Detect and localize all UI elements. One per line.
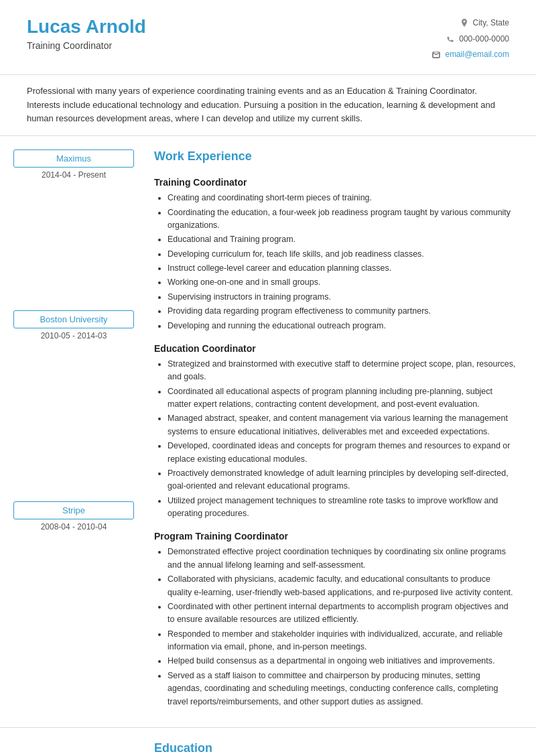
- bullet: Strategized and brainstormed with execut…: [168, 358, 516, 384]
- dates-boston: 2010-05 - 2014-03: [13, 331, 134, 340]
- location-icon: [460, 19, 469, 28]
- job-bullets-3: Demonstrated effective project coordinat…: [168, 546, 516, 708]
- bullet: Developing and running the educational o…: [168, 320, 516, 332]
- bullet: Supervising instructors in training prog…: [168, 291, 516, 304]
- email-icon: [431, 50, 441, 60]
- bullet: Working one-on-one and in small groups.: [168, 276, 516, 289]
- bullet: Collaborated with physicians, academic f…: [168, 573, 516, 599]
- summary-section: Professional with many years of experien…: [0, 74, 536, 136]
- job-title-1: Training Coordinator: [154, 177, 516, 188]
- contact-email[interactable]: email@email.com: [445, 48, 509, 62]
- bullet: Managed abstract, speaker, and content m…: [168, 412, 516, 438]
- phone-icon: [446, 34, 455, 44]
- candidate-title: Training Coordinator: [27, 40, 146, 51]
- job-title-3: Program Training Coordinator: [154, 531, 516, 542]
- header-right: City, State 000-000-0000 email@email.com: [431, 16, 509, 64]
- bullet: Instruct college-level career and educat…: [168, 262, 516, 275]
- work-left-col: Maximus 2014-04 - Present Boston Univers…: [0, 136, 141, 727]
- candidate-name: Lucas Arnold: [27, 16, 146, 38]
- contact-location-row: City, State: [431, 16, 509, 31]
- bullet: Providing data regarding program effecti…: [168, 305, 516, 318]
- education-section: University of Texas 2005 - 2007 Universi…: [0, 727, 536, 756]
- bullet: Served as a staff liaison to committee a…: [168, 670, 516, 708]
- header-left: Lucas Arnold Training Coordinator: [27, 16, 146, 51]
- dates-stripe: 2008-04 - 2010-04: [13, 522, 134, 531]
- work-experience-section: Maximus 2014-04 - Present Boston Univers…: [0, 136, 536, 727]
- bullet: Educational and Training program.: [168, 233, 516, 246]
- company-boston: Boston University: [13, 310, 134, 328]
- bullet: Developing curriculum for, teach life sk…: [168, 248, 516, 261]
- bullet: Proactively demonstrated knowledge of ad…: [168, 467, 516, 493]
- work-experience-title: Work Experience: [154, 149, 516, 166]
- bullet: Demonstrated effective project coordinat…: [168, 546, 516, 572]
- bullet: Creating and coordinating short-term pie…: [168, 192, 516, 204]
- job-bullets-1: Creating and coordinating short-term pie…: [168, 192, 516, 332]
- resume-container: Lucas Arnold Training Coordinator City, …: [0, 0, 536, 756]
- company-stripe: Stripe: [13, 501, 134, 519]
- summary-text: Professional with many years of experien…: [27, 86, 495, 124]
- job-title-2: Education Coordinator: [154, 343, 516, 354]
- contact-phone: 000-000-0000: [459, 32, 509, 47]
- bullet: Coordinated with other pertinent interna…: [168, 601, 516, 627]
- contact-email-row: email@email.com: [431, 48, 509, 62]
- company-maximus: Maximus: [13, 149, 134, 168]
- job-bullets-2: Strategized and brainstormed with execut…: [168, 358, 516, 521]
- bullet: Utilized project management techniques t…: [168, 495, 516, 521]
- work-right-col: Work Experience Training Coordinator Cre…: [141, 136, 536, 727]
- education-title: Education: [154, 741, 516, 756]
- header: Lucas Arnold Training Coordinator City, …: [0, 0, 536, 74]
- edu-left-col: University of Texas 2005 - 2007 Universi…: [0, 728, 141, 756]
- bullet: Responded to member and stakeholder inqu…: [168, 628, 516, 654]
- contact-location: City, State: [473, 16, 509, 31]
- bullet: Helped build consensus as a departmental…: [168, 655, 516, 668]
- bullet: Coordinating the education, a four-week …: [168, 206, 516, 233]
- bullet: Coordinated all educational aspects of p…: [168, 385, 516, 412]
- dates-maximus: 2014-04 - Present: [13, 170, 134, 180]
- edu-right-col: Education Master of Arts in Economics Ba…: [141, 728, 536, 756]
- contact-phone-row: 000-000-0000: [431, 32, 509, 47]
- bullet: Developed, coordinated ideas and concept…: [168, 440, 516, 466]
